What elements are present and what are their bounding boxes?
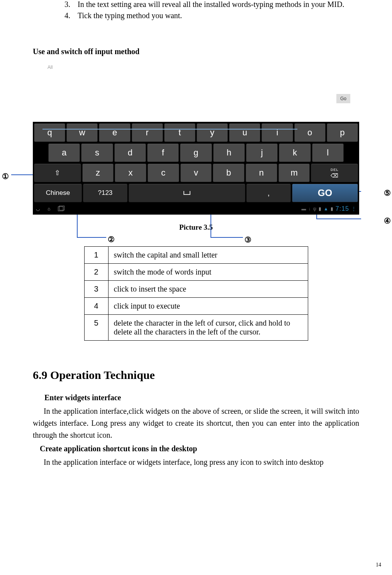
key-comma[interactable]: ,	[246, 184, 291, 202]
list-text: Tick the typing method you want.	[78, 11, 182, 20]
key-y[interactable]: y	[197, 123, 228, 142]
callout-line	[317, 218, 361, 219]
key-q[interactable]: q	[34, 123, 65, 142]
browser-area: Go	[33, 72, 359, 122]
wifi-icon: ▲	[324, 206, 328, 212]
space-icon	[183, 191, 190, 195]
page-number: 14	[376, 562, 381, 568]
key-row-3: ⇧ z x c v b n m DEL	[33, 163, 359, 183]
key-r[interactable]: r	[132, 123, 163, 142]
figure-caption: Picture 3.5	[33, 223, 359, 232]
callout-2: ②	[108, 235, 115, 244]
key-u[interactable]: u	[229, 123, 260, 142]
callout-1: ①	[2, 172, 9, 181]
key-m[interactable]: m	[278, 164, 310, 182]
heading-6-9: 6.9 Operation Technique	[33, 369, 359, 382]
table-row: 3 click to insert the space	[84, 281, 308, 298]
sd-icon: ▮	[319, 206, 321, 212]
row-num: 3	[84, 281, 108, 298]
all-label: All	[48, 65, 53, 70]
key-go[interactable]: GO	[292, 184, 358, 202]
row-desc: switch the capital and small letter	[108, 247, 308, 264]
key-d[interactable]: d	[114, 143, 146, 162]
key-l[interactable]: l	[312, 143, 344, 162]
shift-icon: ⇧	[54, 169, 60, 177]
key-c[interactable]: c	[148, 164, 179, 182]
numbered-list: 3. In the text setting area will reveal …	[33, 0, 359, 20]
navbar-left: ◡ ⌂	[36, 206, 63, 212]
clock: 7:15	[336, 205, 349, 212]
description-table: 1 switch the capital and small letter 2 …	[84, 246, 308, 341]
row-desc: click input to execute	[108, 298, 308, 315]
subheading-shortcut: Create application shortcut icons in the…	[40, 444, 359, 453]
navbar: ◡ ⌂ ▬ ↓ ψ ▮ ▲ ▮ 7:15 ⋮	[33, 203, 359, 215]
callout-line	[77, 237, 106, 238]
list-num: 3.	[64, 0, 78, 9]
key-shift[interactable]: ⇧	[34, 164, 81, 182]
key-w[interactable]: w	[66, 123, 98, 142]
download-icon: ↓	[308, 206, 311, 212]
nav-home-icon[interactable]: ⌂	[48, 206, 50, 212]
callout-3: ③	[244, 235, 251, 244]
row-desc: click to insert the space	[108, 281, 308, 298]
key-h[interactable]: h	[213, 143, 245, 162]
menu-icon[interactable]: ⋮	[351, 206, 356, 212]
key-f[interactable]: f	[147, 143, 179, 162]
key-n[interactable]: n	[246, 164, 277, 182]
screenshot: All Go q w e r t y u i o p a s d	[33, 65, 359, 215]
key-row-2: a s d f g h j k l	[33, 143, 359, 163]
key-b[interactable]: b	[213, 164, 244, 182]
key-j[interactable]: j	[246, 143, 278, 162]
section-title: Use and switch off input method	[33, 47, 359, 56]
delete-icon: DEL	[331, 168, 339, 178]
key-space[interactable]	[129, 184, 246, 202]
callout-4: ④	[384, 216, 391, 225]
table-row: 1 switch the capital and small letter	[84, 247, 308, 264]
row-desc: delete the character in the left of curs…	[108, 315, 308, 341]
subheading-widgets: Enter widgets interface	[44, 393, 359, 402]
key-x[interactable]: x	[115, 164, 146, 182]
key-a[interactable]: a	[48, 143, 80, 162]
key-g[interactable]: g	[180, 143, 212, 162]
list-item-3: 3. In the text setting area will reveal …	[64, 0, 359, 9]
key-delete[interactable]: DEL	[311, 164, 358, 182]
nav-back-icon[interactable]: ◡	[36, 206, 40, 212]
key-z[interactable]: z	[82, 164, 114, 182]
key-o[interactable]: o	[294, 123, 326, 142]
row-num: 5	[84, 315, 108, 341]
row-desc: switch the mode of words input	[108, 264, 308, 281]
key-e[interactable]: e	[99, 123, 130, 142]
key-v[interactable]: v	[180, 164, 212, 182]
key-row-1: q w e r t y u i o p	[33, 123, 359, 143]
navbar-right: ▬ ↓ ψ ▮ ▲ ▮ 7:15 ⋮	[301, 205, 356, 212]
list-item-4: 4. Tick the typing method you want.	[64, 11, 359, 20]
key-p[interactable]: p	[327, 123, 358, 142]
browser-topbar: All	[33, 65, 359, 72]
list-text: In the text setting area will reveal all…	[78, 0, 344, 9]
status-icon: ▬	[301, 206, 306, 212]
list-num: 4.	[64, 11, 78, 20]
url-underline[interactable]	[42, 129, 297, 130]
key-t[interactable]: t	[164, 123, 195, 142]
paragraph: In the application interface,click widge…	[33, 405, 359, 441]
key-i[interactable]: i	[261, 123, 293, 142]
key-chinese[interactable]: Chinese	[34, 184, 82, 202]
table-row: 5 delete the character in the left of cu…	[84, 315, 308, 341]
row-num: 1	[84, 247, 108, 264]
table-row: 4 click input to execute	[84, 298, 308, 315]
callout-line	[210, 237, 243, 238]
keyboard: q w e r t y u i o p a s d f g h j k l	[33, 122, 359, 203]
go-button[interactable]: Go	[336, 94, 350, 103]
paragraph: In the application interface or widgets …	[33, 456, 359, 468]
row-num: 2	[84, 264, 108, 281]
key-k[interactable]: k	[279, 143, 311, 162]
table-row: 2 switch the mode of words input	[84, 264, 308, 281]
battery-icon: ▮	[331, 206, 333, 212]
key-num-mode[interactable]: ?123	[83, 184, 127, 202]
callout-5: ⑤	[384, 188, 391, 198]
key-row-4: Chinese ?123 , GO	[33, 183, 359, 203]
key-s[interactable]: s	[81, 143, 113, 162]
nav-recent-icon[interactable]	[58, 206, 63, 211]
row-num: 4	[84, 298, 108, 315]
usb-icon: ψ	[313, 206, 316, 212]
